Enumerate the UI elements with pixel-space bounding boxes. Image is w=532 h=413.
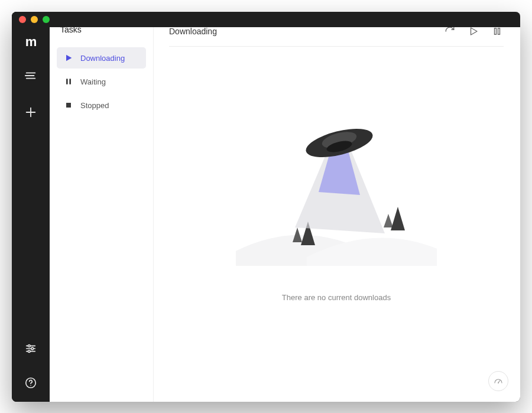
svg-point-10 — [28, 350, 30, 353]
pause-all-icon — [492, 26, 502, 37]
main-panel: Downloading — [154, 12, 520, 402]
minimize-window-button[interactable] — [31, 16, 38, 23]
empty-illustration — [236, 112, 437, 266]
rail: m — [12, 12, 50, 402]
tasks-list-icon — [24, 69, 37, 82]
svg-rect-15 — [69, 79, 71, 84]
sidebar-item-label: Downloading — [80, 54, 125, 63]
maximize-window-button[interactable] — [43, 16, 50, 23]
rail-add-button[interactable] — [20, 102, 41, 123]
rail-help-button[interactable] — [20, 372, 41, 394]
titlebar — [12, 12, 520, 27]
svg-marker-20 — [293, 227, 302, 242]
svg-rect-19 — [498, 28, 500, 35]
svg-point-6 — [28, 345, 30, 347]
settings-icon — [24, 342, 37, 355]
app-window: m — [12, 12, 520, 402]
add-icon — [24, 106, 37, 119]
sidebar-item-label: Waiting — [80, 77, 106, 86]
sidebar-item-stopped[interactable]: Stopped — [57, 95, 146, 116]
svg-rect-16 — [66, 103, 71, 108]
svg-marker-23 — [391, 207, 405, 230]
sidebar-item-waiting[interactable]: Waiting — [57, 71, 146, 92]
help-icon — [24, 376, 37, 389]
page-title: Downloading — [169, 27, 217, 36]
close-window-button[interactable] — [19, 16, 26, 23]
main-header: Downloading — [169, 25, 504, 47]
pause-icon — [64, 77, 73, 86]
sidebar: Tasks Downloading Waiting — [50, 12, 154, 402]
sidebar-item-downloading[interactable]: Downloading — [57, 47, 146, 69]
play-icon — [64, 53, 73, 63]
svg-marker-22 — [384, 214, 393, 227]
resume-icon — [468, 26, 479, 37]
svg-rect-18 — [495, 28, 497, 35]
sidebar-item-label: Stopped — [80, 101, 109, 110]
meter-icon — [493, 376, 504, 386]
speed-meter-button[interactable] — [488, 371, 508, 391]
rail-tasks-button[interactable] — [20, 65, 41, 86]
svg-marker-17 — [471, 28, 478, 35]
svg-marker-13 — [66, 55, 72, 61]
rail-settings-button[interactable] — [20, 338, 41, 359]
empty-state: There are no current downloads — [169, 47, 504, 391]
app-logo: m — [25, 34, 37, 50]
refresh-icon — [445, 26, 455, 37]
svg-point-30 — [498, 382, 499, 383]
stop-icon — [64, 100, 73, 110]
svg-rect-14 — [66, 79, 68, 84]
empty-message: There are no current downloads — [282, 293, 391, 302]
svg-point-12 — [30, 385, 31, 386]
svg-point-8 — [31, 347, 34, 350]
